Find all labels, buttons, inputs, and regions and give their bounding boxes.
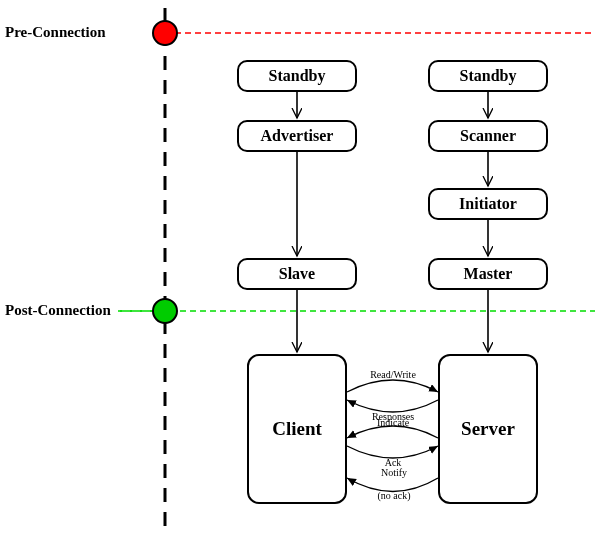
node-label: Initiator [459,195,517,213]
msg-indicate: Indicate [371,417,415,428]
node-label: Scanner [460,127,516,145]
msg-no-ack: (no ack) [374,490,414,501]
node-master: Master [428,258,548,290]
node-standby-right: Standby [428,60,548,92]
node-standby-left: Standby [237,60,357,92]
post-connection-label: Post-Connection [5,302,111,319]
diagram-stage: Pre-Connection Post-Connection Standby A… [0,0,600,536]
node-advertiser: Advertiser [237,120,357,152]
node-label: Advertiser [261,127,334,145]
node-initiator: Initiator [428,188,548,220]
node-slave: Slave [237,258,357,290]
node-scanner: Scanner [428,120,548,152]
node-label: Master [464,265,513,283]
post-connection-dot [152,298,178,324]
node-label: Slave [279,265,315,283]
arrow-read-write [347,380,438,392]
pre-connection-label: Pre-Connection [5,24,106,41]
node-label: Standby [269,67,326,85]
msg-notify: Notify [379,467,409,478]
node-server: Server [438,354,538,504]
node-label: Client [272,418,322,440]
node-label: Standby [460,67,517,85]
node-label: Server [461,418,515,440]
pre-connection-dot [152,20,178,46]
msg-read-write: Read/Write [368,369,418,380]
node-client: Client [247,354,347,504]
